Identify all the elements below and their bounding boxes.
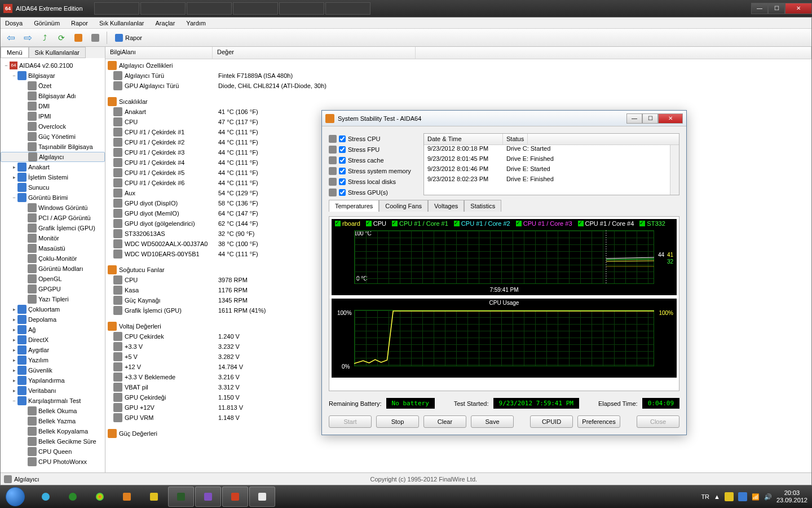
browser-tab[interactable] [279,2,324,15]
report-button[interactable]: Rapor [112,34,145,42]
stress-checkbox[interactable]: Stress cache [329,155,419,165]
list-row[interactable]: Algılayıcı TürüFintek F71889A (ISA 480h) [105,71,811,81]
legend-item[interactable]: CPU [366,220,386,227]
taskbar-item[interactable] [249,487,275,507]
tree-item[interactable]: Bellek Kopyalama [1,426,105,436]
tree-item[interactable]: Sunucu [1,182,105,192]
tree-item[interactable]: PCI / AGP Görüntü [1,213,105,223]
tree-item[interactable]: Masaüstü [1,243,105,253]
save-button[interactable]: Save [471,415,514,428]
tree-item[interactable]: ▸Ağ [1,325,105,335]
chart-tab[interactable]: Voltages [428,200,464,212]
col-val[interactable]: Değer [213,47,416,59]
tree-item[interactable]: Bellek Yazma [1,416,105,426]
taskbar-item[interactable] [195,487,221,507]
tree-item[interactable]: −Bilgisayar [1,71,105,81]
tree-view[interactable]: −64AIDA64 v2.60.2100−BilgisayarÖzetBilgi… [1,58,105,472]
menu-item[interactable]: Araçlar [153,19,178,28]
scrollbar[interactable] [670,145,679,195]
tree-item[interactable]: ▸Çokluortam [1,304,105,314]
dialog-close-button[interactable]: ✕ [658,113,683,124]
tree-item[interactable]: IPMI [1,111,105,121]
tab-favorites[interactable]: Sık Kullanılanlar [29,47,86,58]
taskbar-item[interactable] [60,487,86,507]
legend-item[interactable]: CPU #1 / Core #4 [578,220,634,227]
tree-item[interactable]: ▸Yazılım [1,355,105,365]
browser-tab[interactable] [94,2,139,15]
tree-item[interactable]: Çoklu-Monitör [1,253,105,264]
tree-item[interactable]: Monitör [1,233,105,243]
tree-item[interactable]: Bellek Okuma [1,406,105,416]
chart-tab[interactable]: Cooling Fans [379,200,428,212]
tree-item[interactable]: CPU PhotoWorxx [1,457,105,467]
stress-checkbox[interactable]: Stress system memory [329,165,419,176]
taskbar-item[interactable] [114,487,140,507]
legend-item[interactable]: ST332 [639,220,665,227]
stop-button[interactable]: Stop [376,415,419,428]
tree-item[interactable]: ▸Yapılandırma [1,375,105,386]
tray-network-icon[interactable]: 📶 [752,493,760,501]
list-row[interactable]: GPU Algılayıcı TürüDiode, CHiL CHL8214 (… [105,81,811,91]
tab-menu[interactable]: Menü [1,47,29,58]
start-button[interactable] [0,485,30,508]
tray-icon[interactable]: ▲ [714,493,720,500]
tray-icon[interactable] [738,492,747,501]
tree-item[interactable]: Taşınabilir Bilgisaya [1,142,105,152]
close-button[interactable]: ✕ [785,3,812,14]
taskbar-item[interactable] [87,487,113,507]
tree-item[interactable]: GPGPU [1,284,105,294]
tree-item[interactable]: ▸İşletim Sistemi [1,172,105,182]
log-col-datetime[interactable]: Date & Time [424,134,503,144]
stress-checkbox[interactable]: Stress CPU [329,133,419,144]
back-button[interactable]: ⇦ [4,31,17,45]
tree-item[interactable]: ▸Depolama [1,314,105,325]
tray-icon[interactable] [725,492,734,501]
tree-item[interactable]: Algılayıcı [1,152,105,162]
up-button[interactable]: ⤴ [38,31,51,45]
clock[interactable]: 20:03 23.09.2012 [776,489,807,504]
col-key[interactable]: BilgiAlanı [105,47,213,59]
refresh-button[interactable]: ⟳ [55,31,68,45]
tray-lang[interactable]: TR [701,493,709,500]
tree-item[interactable]: −Görüntü Birimi [1,192,105,203]
stress-checkbox[interactable]: Stress FPU [329,144,419,155]
log-col-status[interactable]: Status [503,134,528,144]
dialog-titlebar[interactable]: System Stability Test - AIDA64 — ☐ ✕ [322,111,686,126]
cpuid-button[interactable]: CPUID [530,415,573,428]
chart-tab[interactable]: Statistics [464,200,501,212]
tree-item[interactable]: Görüntü Modları [1,264,105,274]
preferences-button[interactable]: Preferences [577,415,620,428]
chart-tab[interactable]: Temperatures [329,200,379,212]
menu-item[interactable]: Yardım [184,19,208,28]
tree-item[interactable]: Bellek Gecikme Süre [1,436,105,446]
menu-item[interactable]: Rapor [69,19,90,28]
tree-item[interactable]: −Karşılaştırmalı Test [1,396,105,406]
tree-item[interactable]: ▸Güvenlik [1,365,105,375]
taskbar-item[interactable] [141,487,167,507]
tree-item[interactable]: Windows Görüntü [1,203,105,213]
legend-item[interactable]: CPU #1 / Core #3 [516,220,572,227]
tree-item[interactable]: Yazı Tipleri [1,294,105,304]
tree-item[interactable]: Güç Yönetimi [1,132,105,142]
menu-item[interactable]: Sık Kullanılanlar [97,19,147,28]
clear-button[interactable]: Clear [423,415,466,428]
forward-button[interactable]: ⇨ [21,31,34,45]
menu-item[interactable]: Dosya [3,19,25,28]
taskbar-item[interactable] [222,487,248,507]
close-dialog-button[interactable]: Close [637,415,679,428]
tool-button[interactable] [89,31,102,45]
maximize-button[interactable]: ☐ [768,3,785,14]
tree-item[interactable]: Özet [1,81,105,91]
tray-volume-icon[interactable]: 🔊 [764,493,772,501]
tree-item[interactable]: CPU Queen [1,446,105,457]
browser-tab[interactable] [233,2,278,15]
tree-item[interactable]: ▸Aygıtlar [1,345,105,355]
tree-item[interactable]: Overclock [1,121,105,132]
legend-item[interactable]: CPU #1 / Core #1 [392,220,448,227]
stress-checkbox[interactable]: Stress GPU(s) [329,187,419,198]
tree-item[interactable]: ▸DirectX [1,335,105,345]
tree-item[interactable]: ▸Anakart [1,162,105,172]
tool-button[interactable] [72,31,85,45]
legend-item[interactable]: CPU #1 / Core #2 [454,220,510,227]
system-tray[interactable]: TR ▲ 📶 🔊 20:03 23.09.2012 [696,489,812,504]
